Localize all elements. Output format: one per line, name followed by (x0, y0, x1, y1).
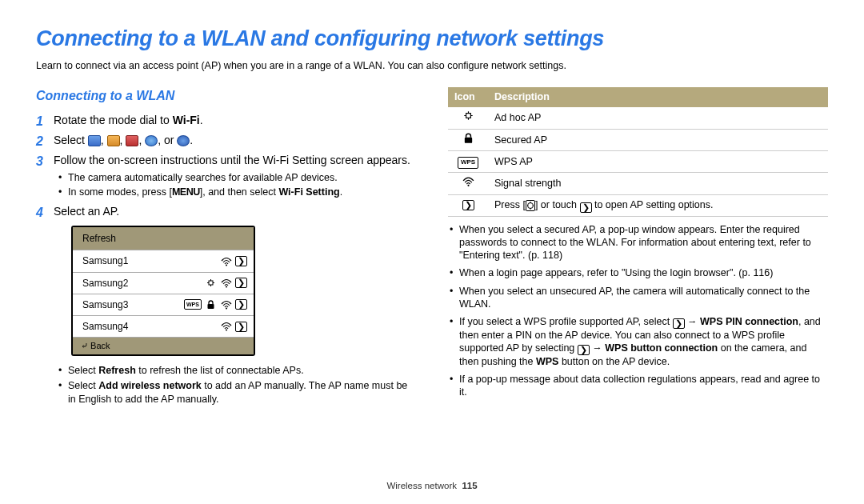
table-header-icon: Icon (448, 87, 488, 107)
chevron-right-icon: ❯ (235, 278, 247, 288)
step-4: Select an AP. Refresh Samsung1 ❯ Samsung… (36, 204, 416, 406)
chevron-right-icon: ❯ (673, 318, 685, 329)
ok-button-icon (526, 200, 535, 211)
step-3-sub-2: In some modes, press [MENU], and then se… (58, 186, 416, 199)
adhoc-icon (462, 110, 474, 121)
svg-rect-3 (208, 304, 214, 309)
icon-description-table: Icon Description Ad hoc AP Secured AP WP… (448, 87, 828, 216)
table-cell: Ad hoc AP (488, 107, 828, 129)
svg-point-9 (527, 202, 533, 208)
section-heading: Connecting to a WLAN (36, 87, 416, 105)
mode-icon-1 (88, 135, 101, 146)
mode-icon-3 (126, 135, 138, 146)
left-column: Connecting to a WLAN Rotate the mode dia… (36, 87, 416, 410)
lock-icon (205, 299, 217, 310)
step-1: Rotate the mode dial to Wi-Fi. (36, 113, 416, 128)
chevron-right-icon: ❯ (462, 200, 474, 210)
right-column: Icon Description Ad hoc AP Secured AP WP… (448, 87, 828, 410)
signal-icon (220, 299, 232, 310)
note-4: If you select a WPS profile supported AP… (448, 315, 828, 368)
note-2: When a login page appears, refer to "Usi… (448, 266, 828, 279)
chevron-right-icon: ❯ (578, 345, 590, 355)
note-5: If a pop-up message about data collectio… (448, 373, 828, 399)
step-4-sub-1: Select Refresh to refresh the list of co… (58, 364, 416, 378)
ap-refresh-row: Refresh (73, 227, 254, 250)
svg-point-0 (226, 264, 227, 266)
wps-icon: WPS (458, 157, 478, 169)
step-3-sub-1: The camera automatically searches for av… (58, 171, 416, 185)
step-4-sub-2: Select Add wireless network to add an AP… (58, 379, 416, 406)
table-cell: WPS AP (488, 151, 828, 173)
mode-icon-4 (145, 135, 158, 146)
note-1: When you select a secured AP, a pop-up w… (448, 223, 828, 262)
step-2: Select , , , , or . (36, 133, 416, 148)
table-cell: Signal strength (488, 173, 828, 194)
svg-point-8 (467, 185, 469, 186)
table-cell: Press [] or touch ❯ to open AP setting o… (488, 194, 828, 216)
step-3: Follow the on-screen instructions until … (36, 153, 416, 200)
page-footer: Wireless network 115 (0, 480, 864, 493)
chevron-right-icon: ❯ (235, 299, 247, 310)
svg-rect-7 (464, 137, 471, 142)
signal-icon (220, 322, 232, 332)
svg-rect-1 (209, 281, 213, 285)
svg-point-4 (226, 307, 227, 309)
chevron-right-icon: ❯ (580, 202, 592, 213)
ap-row: Samsung1 ❯ (73, 250, 254, 271)
mode-icon-5 (177, 135, 190, 146)
svg-point-5 (226, 330, 227, 331)
menu-label: MENU (172, 186, 200, 198)
page-title: Connecting to a WLAN and configuring net… (36, 24, 828, 53)
svg-rect-6 (466, 114, 470, 118)
intro-text: Learn to connect via an access point (AP… (36, 59, 828, 73)
ap-row: Samsung2 ❯ (73, 272, 254, 294)
signal-icon (220, 278, 232, 288)
lock-icon (462, 133, 474, 143)
mode-icon-2 (107, 135, 120, 146)
table-header-desc: Description (488, 87, 828, 107)
signal-icon (462, 176, 474, 186)
adhoc-icon (205, 278, 217, 288)
signal-icon (220, 256, 232, 266)
svg-point-2 (226, 286, 227, 287)
chevron-right-icon: ❯ (235, 322, 247, 332)
table-cell: Secured AP (488, 130, 828, 151)
wifi-label: Wi-Fi (173, 114, 200, 126)
ap-row: Samsung3 WPS ❯ (73, 294, 254, 315)
note-3: When you select an unsecured AP, the cam… (448, 285, 828, 311)
ap-back-row: ⤶ Back (73, 337, 254, 354)
ap-row: Samsung4 ❯ (73, 315, 254, 337)
chevron-right-icon: ❯ (235, 256, 247, 266)
ap-list-screenshot: Refresh Samsung1 ❯ Samsung2 ❯ (71, 226, 255, 356)
wps-icon: WPS (184, 299, 202, 310)
